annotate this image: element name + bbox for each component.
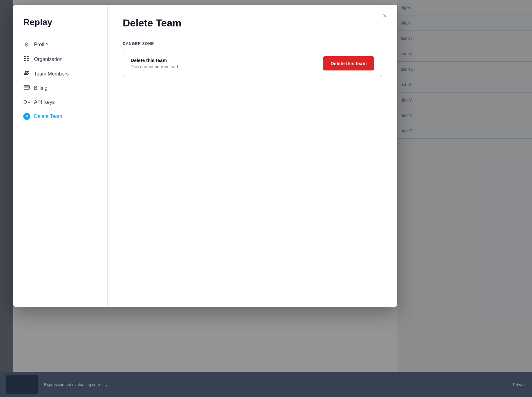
bottom-right-text: Private <box>513 382 526 387</box>
grid-icon <box>23 56 30 63</box>
sidebar-item-profile[interactable]: ⚙ Profile <box>13 37 107 52</box>
svg-rect-9 <box>24 87 30 87</box>
sidebar-title: Replay <box>13 17 107 37</box>
danger-zone-box: Delete this team This cannot be reversed… <box>123 50 382 77</box>
bottom-thumbnail <box>6 375 38 394</box>
delete-team-icon <box>23 113 30 120</box>
svg-rect-0 <box>24 56 26 57</box>
danger-zone-label: DANGER ZONE <box>123 42 382 46</box>
danger-zone-item-title: Delete this team <box>131 58 179 63</box>
people-icon <box>23 70 30 77</box>
card-icon <box>23 85 30 91</box>
modal-title: Delete Team <box>123 17 382 29</box>
delete-this-team-button[interactable]: Delete this team <box>323 56 374 70</box>
modal-sidebar: Replay ⚙ Profile Organization <box>13 5 108 307</box>
sidebar-item-billing[interactable]: Billing <box>13 81 107 95</box>
sidebar-item-delete-team[interactable]: Delete Team <box>13 109 107 124</box>
svg-rect-4 <box>24 60 26 61</box>
bottom-text: Expression not evaluating correctly <box>44 382 108 387</box>
svg-point-6 <box>25 71 27 73</box>
sidebar-item-profile-label: Profile <box>34 42 48 48</box>
svg-rect-1 <box>27 56 29 57</box>
danger-zone-text: Delete this team This cannot be reversed… <box>131 58 179 69</box>
close-button[interactable]: × <box>380 11 390 21</box>
sidebar-item-organization-label: Organization <box>34 57 63 62</box>
svg-rect-3 <box>27 58 29 59</box>
modal-main-content: × Delete Team DANGER ZONE Delete this te… <box>108 5 397 307</box>
svg-rect-2 <box>24 58 26 59</box>
sidebar-item-team-members-label: Team Members <box>34 71 69 77</box>
key-icon <box>23 99 30 105</box>
bottom-bar: Expression not evaluating correctly Priv… <box>0 372 532 397</box>
sidebar-item-organization[interactable]: Organization <box>13 52 107 67</box>
danger-zone-item-subtitle: This cannot be reversed. <box>131 64 179 69</box>
modal: Replay ⚙ Profile Organization <box>13 5 397 307</box>
svg-point-10 <box>24 101 27 103</box>
sidebar-item-api-keys-label: API Keys <box>34 99 55 105</box>
sidebar-item-delete-team-label: Delete Team <box>34 114 62 119</box>
gear-icon: ⚙ <box>23 41 30 48</box>
sidebar-item-billing-label: Billing <box>34 85 48 91</box>
svg-rect-5 <box>27 60 29 61</box>
svg-point-7 <box>27 71 29 73</box>
sidebar-nav: ⚙ Profile Organization <box>13 37 107 124</box>
sidebar-item-api-keys[interactable]: API Keys <box>13 95 107 109</box>
sidebar-item-team-members[interactable]: Team Members <box>13 67 107 81</box>
